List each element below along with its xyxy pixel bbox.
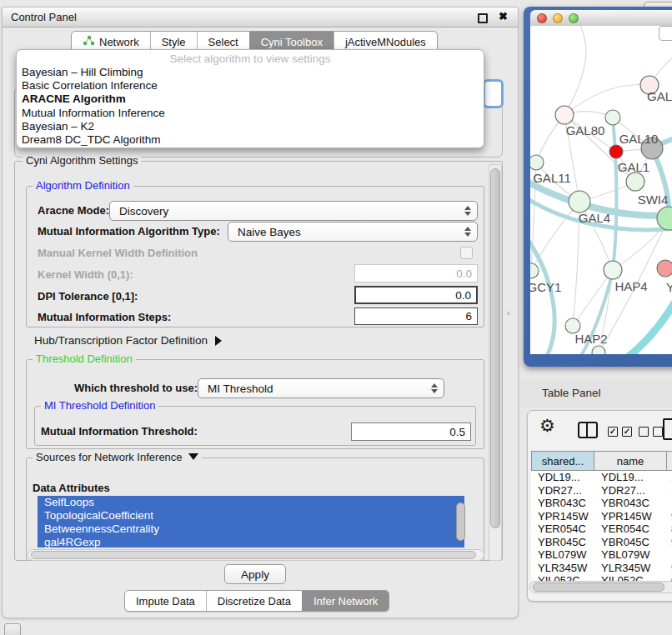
network-window-titlebar[interactable]: [530, 10, 672, 27]
network-view-window[interactable]: GALGAL80GAL10GAL1GAL11SWI4GAL4GCY1HAP4YH…: [524, 7, 672, 367]
column-header-partial[interactable]: [667, 451, 672, 471]
table-row[interactable]: YPR145WYPR145W9.: [531, 510, 672, 523]
data-attributes-list[interactable]: SelfLoopsTopologicalCoefficientBetweenne…: [38, 496, 464, 548]
dpi-tolerance-input[interactable]: 0.0: [354, 286, 478, 304]
panel-resize-handle[interactable]: ‹: [507, 308, 510, 318]
minimize-traffic-light[interactable]: [553, 13, 563, 23]
attributes-list-scrollbar-thumb[interactable]: [456, 502, 465, 541]
node-green-top[interactable]: [605, 110, 620, 125]
table-row[interactable]: YIL052CYIL052C0: [531, 574, 672, 581]
node-gal80[interactable]: [555, 106, 574, 124]
manual-kernel-width-checkbox[interactable]: [460, 247, 473, 259]
control-panel-titlebar[interactable]: Control Panel ✖: [3, 8, 518, 28]
dropdown-option-aracne-algorithm[interactable]: ARACNE Algorithm: [17, 92, 484, 106]
checkbox-empty-icon[interactable]: [653, 427, 663, 437]
mi-threshold-input[interactable]: 0.5: [351, 422, 471, 441]
apply-button[interactable]: Apply: [224, 564, 286, 584]
network-canvas[interactable]: GALGAL80GAL10GAL1GAL11SWI4GAL4GCY1HAP4YH…: [530, 26, 672, 354]
close-traffic-light[interactable]: [537, 13, 547, 23]
node-salmon[interactable]: [657, 260, 672, 277]
hub-tf-expander[interactable]: Hub/Transcription Factor Definition: [34, 334, 222, 348]
dropdown-option-mutual-information-inference[interactable]: Mutual Information Inference: [17, 107, 484, 120]
table-cell: YDR27...: [601, 484, 645, 498]
column-header-name[interactable]: name: [594, 451, 667, 471]
zoom-traffic-light[interactable]: [569, 13, 579, 23]
stepper-icon: [431, 383, 438, 393]
control-panel-title: Control Panel: [11, 11, 77, 23]
tab-impute-data[interactable]: Impute Data: [125, 591, 206, 611]
table-row[interactable]: YBR045CYBR045C9.: [531, 536, 672, 549]
table-body: YDL19...YDL19...13YDR27...YDR27...12YBR0…: [531, 471, 672, 581]
checkbox-checked-icon[interactable]: ✓: [608, 427, 618, 437]
network-edge[interactable]: [625, 296, 672, 354]
algorithm-dropdown-popup: Select algorithm to view settings Bayesi…: [16, 49, 484, 148]
table-cell: YER054C: [538, 522, 586, 536]
table-row[interactable]: YDR27...YDR27...12: [531, 484, 672, 498]
table-panel-header: Table Panel: [520, 379, 672, 408]
aracne-mode-value: Discovery: [119, 205, 168, 218]
aracne-mode-select[interactable]: Discovery: [109, 201, 478, 221]
node-bottom[interactable]: [592, 346, 605, 354]
node-gal1[interactable]: [626, 172, 644, 191]
table-row[interactable]: YDL19...YDL19...13: [531, 471, 672, 484]
tab-label: jActiveMNodules: [345, 36, 426, 48]
node-label-gal: GAL: [647, 89, 672, 103]
stepper-icon: [464, 206, 471, 216]
tab-label: Select: [208, 36, 238, 48]
columns-icon[interactable]: [578, 422, 598, 438]
node-gal11[interactable]: [530, 155, 544, 170]
tab-label: Style: [162, 36, 186, 48]
tab-discretize-data[interactable]: Discretize Data: [206, 591, 302, 611]
mi-steps-input[interactable]: 6: [354, 308, 478, 325]
attribute-item-selfloops[interactable]: SelfLoops: [38, 496, 464, 509]
node-hap4[interactable]: [604, 261, 622, 279]
table-hscroll-thumb[interactable]: [533, 582, 664, 592]
gear-icon[interactable]: ⚙: [539, 416, 555, 436]
dock-mini-icon[interactable]: [4, 623, 21, 635]
table-row[interactable]: YLR345WYLR345W9.: [531, 562, 672, 575]
dropdown-option-bayesian-k2[interactable]: Bayesian – K2: [17, 120, 484, 133]
algorithm-combobox-focus-fragment[interactable]: [483, 79, 504, 108]
mi-algorithm-type-select[interactable]: Naive Bayes: [228, 222, 478, 242]
network-graph[interactable]: GALGAL80GAL10GAL1GAL11SWI4GAL4GCY1HAP4YH…: [530, 26, 672, 354]
settings-vertical-scrollbar[interactable]: [489, 164, 502, 561]
checkbox-checked-icon[interactable]: ✓: [622, 427, 632, 437]
float-window-icon[interactable]: [478, 13, 488, 23]
document-icon[interactable]: [663, 418, 672, 440]
checkbox-empty-icon[interactable]: [639, 427, 649, 437]
table-cell: YPR145W: [538, 510, 589, 523]
table-horizontal-scrollbar[interactable]: [529, 581, 672, 593]
sources-title-text: Sources for Network Inference: [36, 451, 183, 463]
which-threshold-select[interactable]: MI Threshold: [198, 378, 444, 398]
kernel-width-label: Kernel Width (0,1):: [38, 268, 133, 282]
column-header-shared[interactable]: shared...: [531, 451, 594, 471]
node-red[interactable]: [609, 145, 623, 158]
attribute-item-topologicalcoefficient[interactable]: TopologicalCoefficient: [38, 509, 464, 522]
network-edge[interactable]: [613, 118, 617, 270]
node-swi4[interactable]: [657, 207, 672, 230]
table-row[interactable]: YER054CYER054C8.: [531, 522, 672, 536]
canvas-corner-widget[interactable]: [659, 26, 672, 41]
table-cell: YDR27...: [538, 484, 582, 498]
dropdown-option-dream8-dc-tdc-algorithm[interactable]: Dream8 DC_TDC Algorithm: [17, 133, 484, 147]
node-label-gal80: GAL80: [566, 123, 605, 138]
dropdown-option-bayesian-hill-climbing[interactable]: Bayesian – Hill Climbing: [17, 66, 484, 79]
hscroll-thumb[interactable]: [31, 551, 476, 559]
attribute-item-betweennesscentrality[interactable]: BetweennessCentrality: [38, 522, 464, 536]
table-row[interactable]: YBR043CYBR043C: [531, 497, 672, 510]
settings-scrollbar-thumb[interactable]: [490, 168, 500, 528]
mi-algorithm-type-label: Mutual Information Algorithm Type:: [38, 225, 220, 238]
tab-infer-network[interactable]: Infer Network: [302, 591, 389, 611]
table-row[interactable]: YBL079WYBL079W: [531, 548, 672, 562]
table-panel-title: Table Panel: [542, 387, 601, 399]
settings-horizontal-scrollbar[interactable]: [28, 549, 484, 561]
sources-group-title[interactable]: Sources for Network Inference: [33, 452, 202, 463]
dropdown-option-basic-correlation-inference[interactable]: Basic Correlation Inference: [17, 79, 484, 92]
node-gal4[interactable]: [569, 191, 590, 212]
mi-threshold-label: Mutual Information Threshold:: [41, 425, 198, 438]
network-edge[interactable]: [530, 236, 554, 354]
close-icon[interactable]: ✖: [499, 10, 508, 22]
kernel-width-input[interactable]: 0.0: [354, 264, 478, 282]
attribute-item-gal4rgexp[interactable]: gal4RGexp: [38, 536, 464, 548]
node-gcy1[interactable]: [530, 263, 539, 278]
